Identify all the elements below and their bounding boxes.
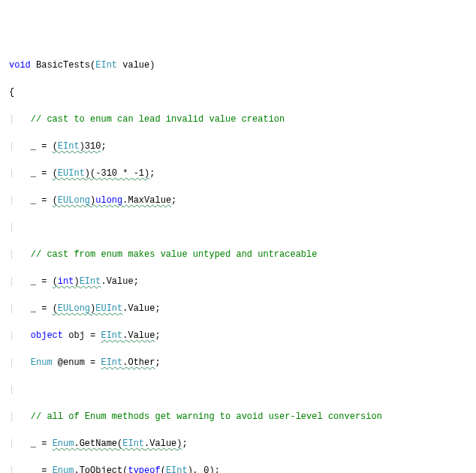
discard: _ (31, 465, 36, 473)
brace-open: { (9, 87, 14, 98)
discard: _ (31, 438, 36, 449)
member: Other (128, 357, 155, 368)
member: Value (128, 303, 155, 314)
type-ref: EInt (101, 330, 122, 341)
discard: _ (31, 276, 36, 287)
comment: // cast from enum makes value untyped an… (31, 249, 318, 260)
discard: _ (31, 303, 36, 314)
blank-line: | (9, 221, 476, 234)
op-star: * (122, 168, 128, 179)
call-expr: Enum.GetName(EInt.Value) (53, 438, 182, 449)
code-line: | _ = Enum.ToObject(typeof(EInt), 0); (9, 464, 476, 473)
type-ref: EInt (166, 465, 188, 473)
code-line: void BasicTests(EInt value) (9, 59, 476, 72)
member: MaxValue (128, 195, 171, 206)
op-eq: = (41, 195, 47, 206)
comment: // cast to enum can lead invalid value c… (31, 114, 285, 125)
op-eq: = (41, 141, 47, 152)
type-ref: EULong (58, 195, 90, 206)
keyword: typeof (128, 465, 160, 473)
type-ref: Enum (31, 357, 53, 368)
discard: _ (31, 168, 36, 179)
member: Value (107, 276, 134, 287)
op-eq: = (41, 276, 47, 287)
expr: EInt.Value (101, 330, 155, 341)
code-line: | Enum @enum = EInt.Other; (9, 356, 476, 369)
code-line: | _ = (int)EInt.Value; (9, 275, 476, 288)
type-ref: int (58, 276, 74, 287)
code-line: | _ = (EULong)EUInt.Value; (9, 302, 476, 315)
type-ref: EInt (122, 438, 144, 449)
code-line: | object obj = EInt.Value; (9, 329, 476, 342)
op-eq: = (90, 330, 95, 341)
num: -310 (95, 168, 117, 179)
cast-expr: (EULong)ulong.MaxValue (53, 195, 171, 206)
method-name: BasicTests (36, 60, 90, 71)
op-eq: = (41, 465, 47, 473)
op-eq: = (41, 168, 47, 179)
type-ref: EInt (95, 60, 117, 71)
keyword: object (31, 330, 63, 341)
cast-expr: (EUInt)(-310 * -1) (53, 168, 150, 179)
op-eq: = (41, 438, 47, 449)
type-ref: ulong (95, 195, 122, 206)
type-ref: EULong (58, 303, 90, 314)
code-line: | _ = (EULong)ulong.MaxValue; (9, 194, 476, 207)
num: 310 (85, 141, 101, 152)
op-eq: = (90, 357, 95, 368)
call-expr: Enum.ToObject(typeof(EInt), 0) (53, 465, 215, 473)
member: Value (128, 330, 155, 341)
cast-expr: (int)EInt (53, 276, 101, 287)
blank-line: | (9, 383, 476, 396)
expr: EInt.Other (101, 357, 155, 368)
comment: // all of Enum methods get warning to av… (31, 411, 382, 422)
code-line: | _ = (EInt)310; (9, 140, 476, 153)
op-eq: = (41, 303, 47, 314)
code-line: | _ = Enum.GetName(EInt.Value); (9, 437, 476, 450)
code-line: | // cast to enum can lead invalid value… (9, 113, 476, 126)
param-name: value (122, 60, 149, 71)
type-ref: EInt (58, 141, 80, 152)
method: ToObject (80, 465, 123, 473)
code-line: | // all of Enum methods get warning to … (9, 410, 476, 423)
discard: _ (31, 195, 36, 206)
discard: _ (31, 141, 36, 152)
num: 0 (203, 465, 209, 473)
member: Value (149, 438, 176, 449)
type-ref: EInt (101, 357, 122, 368)
keyword-void: void (9, 60, 31, 71)
code-line: | // cast from enum makes value untyped … (9, 248, 476, 261)
type-ref: EUInt (95, 303, 122, 314)
type-ref: Enum (53, 465, 74, 473)
num: -1 (134, 168, 144, 179)
var-name: @enum (58, 357, 85, 368)
type-ref: EUInt (58, 168, 85, 179)
code-line: | _ = (EUInt)(-310 * -1); (9, 167, 476, 180)
cast-expr: (EULong)EUInt (53, 303, 123, 314)
var-name: obj (68, 330, 85, 341)
method: GetName (80, 438, 117, 449)
type-ref: Enum (53, 438, 74, 449)
type-ref: EInt (80, 276, 101, 287)
code-line: { (9, 86, 476, 99)
cast-expr: (EInt)310 (53, 141, 101, 152)
